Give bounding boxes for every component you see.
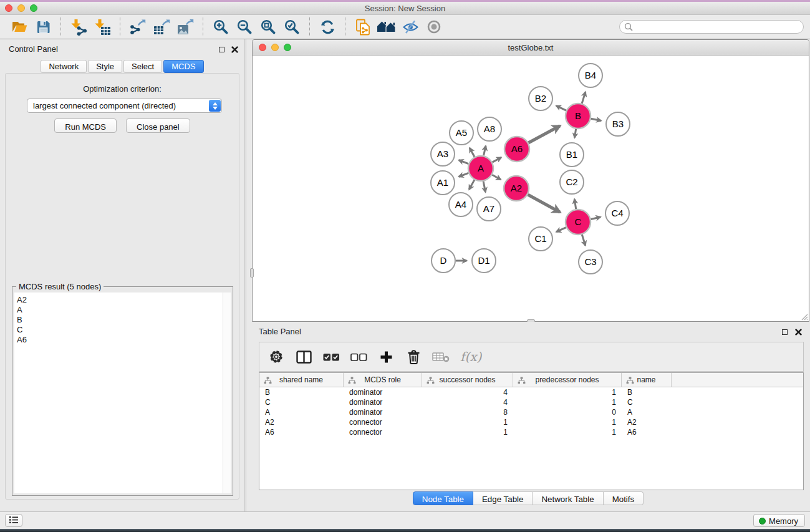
search-input[interactable] — [619, 20, 804, 34]
table-cell[interactable]: 4 — [422, 397, 513, 407]
graph-edge-C-C3[interactable] — [582, 235, 586, 246]
table-cell[interactable]: A6 — [622, 427, 672, 437]
graph-edge-B-B4[interactable] — [582, 92, 586, 104]
column-header-predecessor-nodes[interactable]: predecessor nodes — [513, 373, 622, 387]
import-table-button[interactable] — [90, 17, 114, 37]
optimization-criterion-select[interactable]: largest connected component (directed) — [27, 99, 222, 113]
function-builder-button[interactable]: f(x) — [458, 346, 481, 367]
graph-edge-A-A4[interactable] — [469, 180, 475, 189]
column-header-successor-nodes[interactable]: successor nodes — [422, 373, 513, 387]
graph-edge-A-A2[interactable] — [492, 175, 501, 180]
tab-motifs[interactable]: Motifs — [604, 491, 644, 505]
show-task-history-button[interactable] — [5, 514, 22, 527]
column-header-MCDS-role[interactable]: MCDS role — [344, 373, 422, 387]
run-mcds-button[interactable]: Run MCDS — [54, 118, 117, 133]
graph-edge-B-B1[interactable] — [574, 129, 576, 138]
table-cell[interactable]: 1 — [513, 417, 622, 427]
table-row[interactable]: Bdominator41B — [259, 387, 803, 397]
table-cell[interactable]: 0 — [513, 407, 622, 417]
memory-status-button[interactable]: Memory — [753, 514, 805, 527]
add-column-button[interactable] — [375, 346, 397, 367]
table-cell[interactable]: 1 — [422, 427, 513, 437]
scrollbar-track[interactable] — [223, 293, 231, 493]
mcds-result-item[interactable]: B — [17, 315, 231, 325]
hide-graphics-details-button[interactable] — [398, 17, 422, 37]
column-header-shared-name[interactable]: shared name — [259, 373, 344, 387]
resize-grip-icon[interactable] — [799, 312, 808, 321]
table-cell[interactable]: A — [259, 407, 344, 417]
table-cell[interactable]: B — [622, 387, 672, 397]
table-cell[interactable]: C — [622, 397, 672, 407]
mcds-result-item[interactable]: A — [17, 305, 231, 315]
zoom-fit-button[interactable] — [256, 17, 280, 37]
export-network-button[interactable] — [126, 17, 150, 37]
table-cell[interactable]: 1 — [513, 387, 622, 397]
graph-edge-A-A6[interactable] — [493, 157, 501, 162]
refresh-layout-button[interactable] — [316, 17, 339, 37]
show-column-view-button[interactable] — [293, 346, 314, 367]
table-row[interactable]: A2connector11A2 — [259, 417, 803, 427]
network-window-titlebar[interactable]: testGlobe.txt — [253, 40, 809, 56]
tab-network[interactable]: Network — [41, 60, 87, 73]
deselect-all-columns-button[interactable] — [348, 346, 369, 367]
graph-edge-B-B2[interactable] — [556, 106, 566, 110]
close-table-panel-button[interactable] — [794, 327, 803, 336]
graph-edge-A2-C[interactable] — [528, 195, 560, 212]
float-panel-button[interactable] — [217, 45, 226, 54]
graph-edge-C-C4[interactable] — [591, 217, 600, 219]
close-panel-button[interactable] — [230, 45, 239, 54]
network-canvas[interactable]: B4B2BB3A5A8A6B1A3AA1C2A2A4A7C4CC1C3DD1 — [253, 56, 809, 321]
table-cell[interactable]: A2 — [622, 417, 672, 427]
table-row[interactable]: A6connector11A6 — [259, 427, 803, 437]
table-cell[interactable]: B — [259, 387, 344, 397]
graph-edge-C-C2[interactable] — [574, 199, 576, 209]
select-all-columns-button[interactable] — [321, 346, 342, 367]
table-row[interactable]: Adominator80A — [259, 407, 803, 417]
table-cell[interactable]: dominator — [344, 407, 422, 417]
table-cell[interactable]: 1 — [513, 427, 622, 437]
graph-edge-A-A8[interactable] — [484, 146, 486, 156]
graph-edge-C-C1[interactable] — [556, 228, 566, 232]
tab-node-table[interactable]: Node Table — [413, 491, 473, 505]
table-cell[interactable]: 4 — [422, 387, 513, 397]
table-cell[interactable]: A — [622, 407, 672, 417]
table-cell[interactable]: A6 — [259, 427, 344, 437]
table-cell[interactable]: connector — [344, 427, 422, 437]
show-graphics-details-button[interactable] — [422, 17, 446, 37]
table-cell[interactable]: connector — [344, 417, 422, 427]
graph-edge-B-B3[interactable] — [591, 118, 601, 120]
open-session-button[interactable] — [7, 17, 31, 37]
tab-network-table[interactable]: Network Table — [533, 491, 603, 505]
graph-edge-A-A5[interactable] — [470, 148, 475, 157]
tab-select[interactable]: Select — [123, 60, 162, 73]
mcds-result-list-area[interactable]: A2ABCA6 — [14, 293, 231, 493]
graph-edge-A-A1[interactable] — [459, 173, 469, 177]
zoom-selected-button[interactable] — [280, 17, 304, 37]
graph-edge-A6-B[interactable] — [528, 126, 560, 143]
table-cell[interactable]: C — [259, 397, 344, 407]
save-session-button[interactable] — [31, 17, 55, 37]
mcds-result-item[interactable]: A2 — [17, 295, 231, 305]
zoom-out-button[interactable] — [233, 17, 256, 37]
close-panel-action-button[interactable]: Close panel — [126, 118, 190, 133]
table-cell[interactable]: 1 — [422, 417, 513, 427]
table-cell[interactable]: dominator — [344, 397, 422, 407]
delete-column-button[interactable] — [403, 346, 424, 367]
table-row[interactable]: Cdominator41C — [259, 397, 803, 407]
tab-mcds[interactable]: MCDS — [163, 60, 203, 73]
tab-edge-table[interactable]: Edge Table — [473, 491, 533, 505]
export-table-button[interactable] — [150, 17, 173, 37]
mcds-result-item[interactable]: A6 — [17, 335, 231, 345]
export-image-button[interactable] — [173, 17, 197, 37]
new-network-from-selection-button[interactable] — [351, 17, 375, 37]
graph-edge-A-A3[interactable] — [459, 160, 469, 164]
zoom-in-button[interactable] — [209, 17, 233, 37]
tab-style[interactable]: Style — [88, 60, 122, 73]
float-table-panel-button[interactable] — [780, 327, 789, 336]
table-cell[interactable]: A2 — [259, 417, 344, 427]
column-header-name[interactable]: name — [622, 373, 672, 387]
table-settings-button[interactable] — [266, 346, 287, 367]
splitter-handle[interactable] — [250, 268, 254, 278]
graph-edge-A-A7[interactable] — [483, 181, 485, 192]
mcds-result-item[interactable]: C — [17, 325, 231, 335]
